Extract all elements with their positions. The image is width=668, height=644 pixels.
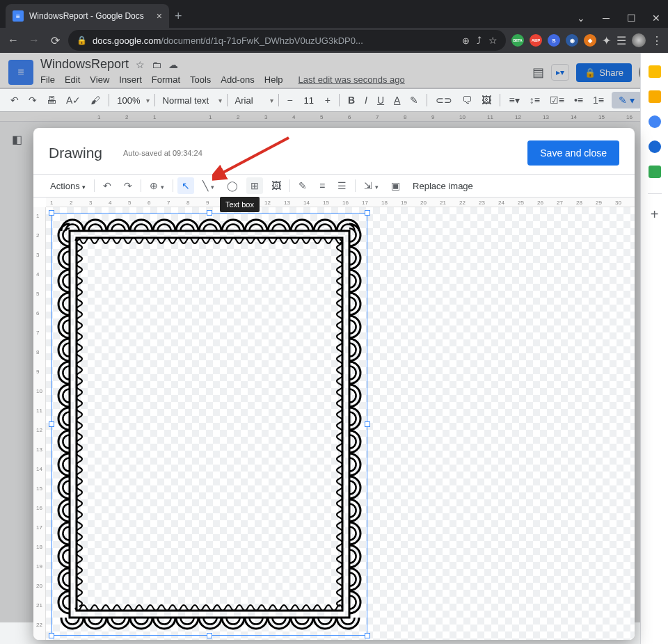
italic-button[interactable]: I [361,92,371,108]
calendar-icon[interactable] [649,65,661,78]
ext-beta-icon[interactable]: BETA [511,34,524,47]
keep-icon[interactable] [649,90,661,103]
checklist-button[interactable]: ☑≡ [546,92,568,108]
editing-mode-button[interactable]: ✎ ▾ [612,92,642,108]
border-weight-button[interactable]: ≡ [315,177,329,194]
print-button[interactable]: 🖶 [43,92,60,108]
highlight-button[interactable]: ✎ [406,92,422,108]
bold-button[interactable]: B [344,92,358,108]
resize-handle-bm[interactable] [207,633,212,638]
new-tab-button[interactable]: + [169,9,188,28]
menu-tools[interactable]: Tools [190,74,211,85]
window-expand-icon[interactable]: ⌄ [575,13,587,24]
font-size-input[interactable]: 11 [299,95,319,106]
nav-back-icon[interactable]: ← [6,34,21,47]
ext-robot-icon[interactable]: ◉ [566,34,578,47]
link-button[interactable]: ⊂⊃ [432,92,456,108]
resize-handle-tl[interactable] [49,210,54,216]
image-tool[interactable]: 🖼 [267,177,285,194]
contacts-icon[interactable] [649,140,661,153]
number-list-button[interactable]: 1≡ [589,92,607,108]
undo-button[interactable]: ↶ [7,92,22,108]
outline-toggle-button[interactable]: ◧ [7,129,26,149]
resize-handle-tm[interactable] [207,210,212,216]
docs-favicon: ≡ [13,10,24,22]
menu-file[interactable]: File [40,74,55,85]
share-button[interactable]: 🔒Share [576,63,632,82]
tasks-icon[interactable] [649,115,661,128]
resize-handle-bl[interactable] [49,633,54,638]
resize-handle-ml[interactable] [49,421,54,427]
window-minimize-icon[interactable]: ─ [600,13,612,24]
select-tool[interactable]: ↖ [177,177,194,194]
comments-icon[interactable]: ▤ [532,65,544,80]
ext-fox-icon[interactable]: ◆ [584,34,596,47]
menu-addons[interactable]: Add-ons [221,74,254,85]
docs-logo[interactable]: ≡ [8,60,33,85]
shape-tool[interactable]: ◯ [223,177,242,194]
underline-button[interactable]: U [374,92,388,108]
bookmark-icon[interactable]: ☆ [488,35,498,46]
zoom-icon[interactable]: ⊕ [462,35,470,46]
font-size-minus[interactable]: − [284,92,296,108]
browser-tab[interactable]: ≡ WindowsReport - Google Docs × [6,4,169,28]
resize-handle-br[interactable] [365,633,370,638]
save-and-close-button[interactable]: Save and close [527,140,619,166]
mask-button[interactable]: ▣ [387,177,404,194]
ext-s-icon[interactable]: S [548,34,560,47]
menu-edit[interactable]: Edit [65,74,80,85]
border-dash-button[interactable]: ☰ [333,177,351,194]
redo-button[interactable]: ↷ [120,177,136,194]
line-tool[interactable]: ╲ ▾ [198,177,218,194]
resize-handle-tr[interactable] [365,210,370,216]
add-addon-button[interactable]: + [651,207,659,223]
selection-box[interactable] [51,213,367,636]
image-button[interactable]: 🖼 [478,92,495,108]
nav-forward-icon: → [26,34,42,47]
actions-menu[interactable]: Actions ▾ [46,178,90,194]
browser-menu-icon[interactable]: ⋮ [651,34,662,47]
reading-list-icon[interactable]: ☰ [617,34,626,47]
comment-button[interactable]: 🗨 [459,92,475,108]
menu-insert[interactable]: Insert [119,74,142,85]
menu-format[interactable]: Format [152,74,180,85]
share-url-icon[interactable]: ⤴ [477,35,482,46]
extensions-icon[interactable]: ✦ [602,34,611,47]
side-panel: + [640,53,668,644]
line-spacing-button[interactable]: ↕≡ [526,92,543,108]
document-name[interactable]: WindowsReport [40,57,129,72]
paint-format-button[interactable]: 🖌 [87,92,104,108]
text-color-button[interactable]: A [390,92,404,108]
spellcheck-button[interactable]: A✓ [63,92,84,108]
present-button[interactable]: ▸▾ [551,64,569,81]
window-maximize-icon[interactable]: ☐ [625,13,637,24]
undo-button[interactable]: ↶ [99,177,116,194]
textbox-tool[interactable]: ⊞ [246,177,263,194]
zoom-select[interactable]: 100% [114,94,143,107]
move-icon[interactable]: 🗀 [152,59,161,70]
url-path: /document/d/1q-71oFwK_DWhzbV0uzUG3kDP0..… [161,35,363,46]
align-button[interactable]: ≡▾ [505,92,523,108]
menu-view[interactable]: View [90,74,109,85]
profile-avatar[interactable] [632,33,646,47]
drawing-canvas[interactable] [46,207,635,640]
crop-button[interactable]: ⇲ ▾ [360,177,383,194]
resize-handle-mr[interactable] [365,421,370,427]
ext-abp-icon[interactable]: ABP [530,34,542,47]
maps-icon[interactable] [649,166,661,178]
redo-button[interactable]: ↷ [25,92,40,108]
font-select[interactable]: Arial [232,94,267,107]
border-color-button[interactable]: ✎ [294,177,311,194]
nav-reload-icon[interactable]: ⟳ [47,34,63,47]
last-edit-text[interactable]: Last edit was seconds ago [299,74,405,85]
replace-image-button[interactable]: Replace image [408,178,477,194]
zoom-button[interactable]: ⊕ ▾ [145,177,168,194]
font-size-plus[interactable]: + [321,92,334,108]
bullet-list-button[interactable]: •≡ [571,92,587,108]
menu-help[interactable]: Help [264,74,283,85]
address-bar[interactable]: 🔒 docs.google.com/document/d/1q-71oFwK_D… [68,30,506,51]
close-tab-icon[interactable]: × [157,10,162,22]
style-select[interactable]: Normal text [160,94,216,107]
window-close-icon[interactable]: ✕ [650,13,662,24]
star-icon[interactable]: ☆ [136,59,145,70]
